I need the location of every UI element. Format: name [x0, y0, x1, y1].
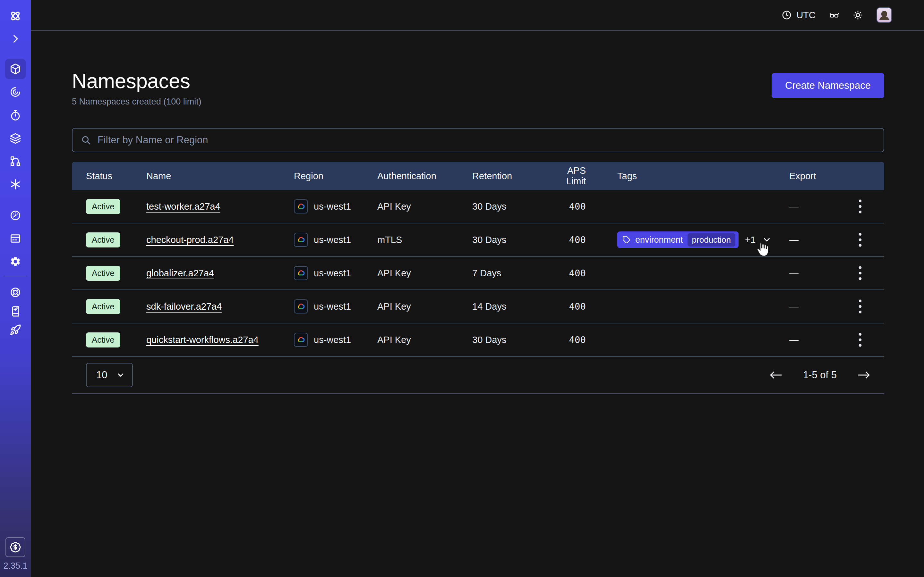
topbar: UTC — [31, 0, 924, 31]
namespace-link[interactable]: sdk-failover.a27a4 — [146, 301, 222, 311]
table-header-row: Status Name Region Authentication Retent… — [72, 162, 884, 190]
tags-cell: environment production +1 — [617, 231, 789, 248]
timezone-label: UTC — [796, 10, 816, 21]
row-menu-button[interactable] — [855, 263, 866, 284]
table-row: Active sdk-failover.a27a4 us-west1 API K… — [72, 290, 884, 324]
column-header-auth: Authentication — [377, 171, 472, 181]
namespace-link[interactable]: checkout-prod.a27a4 — [146, 235, 234, 245]
sidebar-item-getting-started[interactable] — [5, 319, 26, 340]
arrow-right-icon — [857, 370, 871, 380]
sidebar-item-support[interactable] — [5, 282, 26, 303]
sidebar-item-timer[interactable] — [5, 105, 26, 126]
auth-label: API Key — [377, 201, 472, 212]
filter-input[interactable] — [97, 134, 875, 146]
clock-icon — [782, 10, 792, 20]
table-row: Active globalizer.a27a4 us-west1 API Key… — [72, 257, 884, 290]
retention-label: 30 Days — [472, 201, 545, 212]
previous-page-button[interactable] — [767, 368, 785, 382]
sidebar-item-docs[interactable] — [5, 301, 26, 322]
namespace-link[interactable]: quickstart-workflows.a27a4 — [146, 335, 258, 345]
export-value: — — [789, 335, 841, 345]
filter-search-box — [72, 128, 884, 152]
chevron-right-icon — [10, 33, 21, 45]
row-menu-button[interactable] — [855, 196, 866, 217]
namespaces-table: Status Name Region Authentication Retent… — [72, 162, 884, 394]
tag-chip[interactable]: environment production — [617, 231, 738, 248]
page-size-select[interactable]: 10 — [86, 363, 133, 387]
region-label: us-west1 — [314, 201, 351, 212]
arrow-left-icon — [769, 370, 783, 380]
sidebar-item-billing[interactable] — [5, 228, 26, 249]
page-size-value: 10 — [96, 369, 107, 381]
retention-label: 30 Days — [472, 335, 545, 345]
kebab-icon — [858, 199, 863, 214]
status-badge: Active — [86, 332, 120, 348]
row-menu-button[interactable] — [855, 296, 866, 317]
pagination-range: 1-5 of 5 — [803, 369, 837, 381]
page-subtitle: 5 Namespaces created (100 limit) — [72, 97, 202, 107]
sidebar-item-gauge[interactable] — [5, 205, 26, 226]
timer-icon — [10, 110, 21, 121]
auth-label: API Key — [377, 268, 472, 279]
glasses-icon[interactable] — [829, 10, 839, 20]
kebab-icon — [858, 299, 863, 314]
column-header-export: Export — [789, 171, 841, 181]
layers-icon — [10, 133, 21, 144]
page-title: Namespaces — [72, 69, 202, 93]
usage-button[interactable] — [5, 537, 25, 557]
tag-key: environment — [635, 235, 683, 245]
status-badge: Active — [86, 299, 120, 314]
retention-label: 7 Days — [472, 268, 545, 279]
tags-expand-button[interactable] — [762, 235, 772, 245]
rocket-icon — [10, 324, 21, 335]
cube-icon — [10, 63, 21, 75]
row-menu-button[interactable] — [855, 229, 866, 250]
gear-icon — [10, 256, 21, 268]
sun-icon[interactable] — [853, 10, 863, 20]
column-header-region: Region — [294, 171, 377, 181]
sidebar-item-settings[interactable] — [5, 251, 26, 272]
sidebar-item-spiral[interactable] — [5, 82, 26, 102]
sidebar-item-branch[interactable] — [5, 151, 26, 171]
export-value: — — [789, 268, 841, 279]
user-avatar[interactable] — [877, 7, 892, 23]
chevron-down-icon — [762, 235, 772, 245]
kebab-icon — [858, 266, 863, 280]
table-row: Active test-worker.a27a4 us-west1 API Ke… — [72, 190, 884, 223]
column-header-status: Status — [86, 171, 146, 181]
auth-label: mTLS — [377, 235, 472, 245]
export-value: — — [789, 235, 841, 245]
column-header-tags: Tags — [617, 171, 789, 181]
asterisk-icon — [10, 179, 21, 190]
status-badge: Active — [86, 266, 120, 281]
sidebar-item-namespaces[interactable] — [5, 59, 26, 79]
sidebar-item-asterisk[interactable] — [5, 174, 26, 195]
column-header-name: Name — [146, 171, 294, 181]
billing-card-icon — [10, 233, 21, 244]
app-version: 2.35.1 — [0, 561, 31, 571]
next-page-button[interactable] — [855, 368, 873, 382]
temporal-logo[interactable] — [5, 6, 26, 26]
namespace-link[interactable]: test-worker.a27a4 — [146, 201, 220, 211]
auth-label: API Key — [377, 335, 472, 345]
spiral-icon — [10, 86, 21, 98]
timezone-selector[interactable]: UTC — [782, 10, 816, 21]
region-label: us-west1 — [314, 268, 351, 279]
table-footer: 10 1-5 of 5 — [72, 357, 884, 394]
kebab-icon — [858, 332, 863, 347]
gcp-cloud-icon — [294, 266, 308, 280]
sidebar-divider — [3, 276, 27, 276]
create-namespace-button[interactable]: Create Namespace — [772, 73, 884, 98]
row-menu-button[interactable] — [855, 329, 866, 350]
book-sparkles-icon — [10, 306, 21, 317]
namespace-link[interactable]: globalizer.a27a4 — [146, 268, 214, 278]
column-header-aps: APS Limit — [545, 165, 617, 187]
gcp-cloud-icon — [294, 199, 308, 213]
sidebar-expand-button[interactable] — [5, 29, 26, 49]
export-value: — — [789, 301, 841, 312]
gcp-cloud-icon — [294, 233, 308, 247]
status-badge: Active — [86, 199, 120, 214]
lifebuoy-icon — [10, 287, 21, 298]
gauge-icon — [10, 210, 21, 221]
sidebar-item-layers[interactable] — [5, 128, 26, 149]
